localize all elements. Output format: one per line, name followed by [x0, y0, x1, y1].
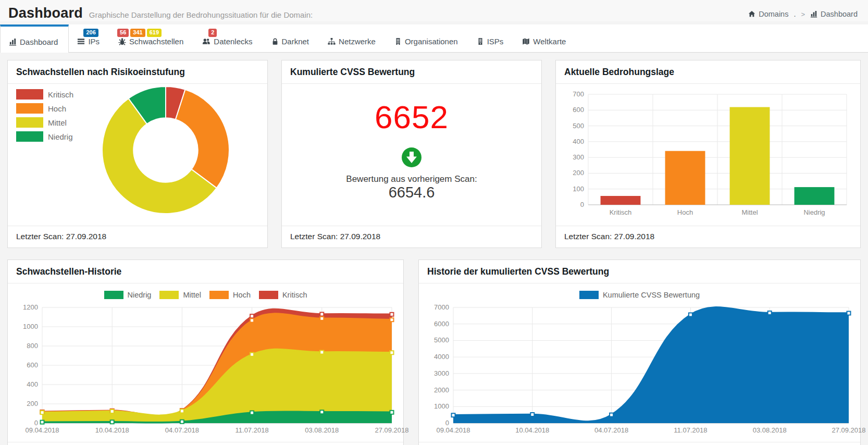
tab-datenlecks[interactable]: 2 Datenlecks	[194, 24, 263, 52]
card-title: Schwachstellen-Historie	[8, 260, 403, 283]
network-icon	[328, 38, 336, 45]
legend-item-hoch[interactable]: Hoch	[16, 103, 73, 114]
page-header: Dashboard Graphische Darstellung der Bed…	[0, 0, 868, 21]
breadcrumb-dashboard: Dashboard	[810, 10, 858, 18]
svg-text:0: 0	[445, 419, 449, 427]
risk-donut-chart[interactable]: KritischHochMittelNiedrig	[8, 84, 267, 226]
high-count-badge: 341	[130, 29, 145, 37]
legend-item-kritisch[interactable]: Kritisch	[16, 89, 73, 100]
tab-weltkarte[interactable]: Weltkarte	[514, 24, 576, 52]
svg-text:3000: 3000	[434, 369, 449, 377]
svg-text:09.04.2018: 09.04.2018	[25, 426, 59, 434]
svg-text:04.07.2018: 04.07.2018	[165, 426, 199, 434]
previous-scan-label: Bewertung aus vorherigem Scan:	[346, 174, 477, 184]
svg-text:200: 200	[573, 169, 584, 177]
card-footer	[419, 442, 860, 445]
legend-label: Niedrig	[128, 291, 152, 299]
tab-bar: Dashboard 206 IPs 56 341 619 Schwachstel…	[0, 24, 868, 53]
card-title: Kumulierte CVSS Bewertung	[282, 60, 541, 84]
legend-swatch	[16, 89, 43, 100]
legend-label: Kritisch	[282, 291, 307, 299]
arrow-down-circle-icon	[401, 147, 422, 170]
vuln-history-legend: NiedrigMittelHochKritisch	[16, 289, 395, 303]
svg-text:6000: 6000	[434, 320, 449, 328]
legend-item-kritisch[interactable]: Kritisch	[259, 291, 307, 299]
svg-text:600: 600	[27, 361, 38, 369]
svg-text:7000: 7000	[434, 303, 449, 311]
tab-ips[interactable]: 206 IPs	[69, 24, 110, 52]
svg-text:27.09.2018: 27.09.2018	[375, 426, 408, 434]
cvss-history-chart[interactable]: 0100020003000400050006000700009.04.20181…	[427, 303, 852, 437]
tab-netzwerke[interactable]: Netzwerke	[319, 24, 386, 52]
bar-chart-icon	[810, 10, 817, 18]
legend-label: Niedrig	[48, 132, 73, 141]
legend-item-niedrig[interactable]: Niedrig	[16, 131, 73, 142]
tab-darknet[interactable]: Darknet	[263, 24, 320, 52]
home-icon	[748, 10, 755, 18]
legend-item-kumulierte-cvss-bewertung[interactable]: Kumulierte CVSS Bewertung	[579, 291, 700, 299]
cvss-score-value: 6652	[375, 101, 449, 133]
tab-schwachstellen[interactable]: 56 341 619 Schwachstellen	[110, 24, 194, 52]
bug-icon	[118, 38, 126, 45]
legend-item-hoch[interactable]: Hoch	[209, 291, 251, 299]
card-title: Aktuelle Bedrohungslage	[556, 60, 860, 84]
svg-text:Mittel: Mittel	[741, 208, 758, 216]
lock-icon	[271, 38, 279, 45]
medium-count-badge: 619	[147, 29, 162, 37]
svg-text:2000: 2000	[434, 386, 449, 394]
card-risk-donut: Schwachstellen nach Risikoeinstufung Kri…	[7, 60, 268, 248]
legend-swatch	[16, 103, 43, 114]
svg-text:200: 200	[27, 400, 38, 407]
legend-swatch	[104, 291, 123, 299]
card-vuln-history: Schwachstellen-Historie NiedrigMittelHoc…	[7, 259, 404, 445]
card-title: Historie der kumulierten CVSS Bewertung	[419, 260, 860, 283]
tab-organisationen[interactable]: Organisationen	[386, 24, 468, 52]
legend-label: Hoch	[48, 104, 66, 113]
breadcrumb-separator-icon: >	[801, 10, 805, 18]
svg-text:11.07.2018: 11.07.2018	[235, 426, 269, 434]
threat-bar-chart[interactable]: 0100200300400500600700KritischHochMittel…	[564, 89, 852, 220]
page-title: Dashboard	[8, 5, 83, 21]
svg-text:Kritisch: Kritisch	[610, 208, 632, 216]
legend-label: Hoch	[233, 291, 251, 299]
svg-text:1200: 1200	[23, 303, 38, 311]
legend-label: Mittel	[48, 118, 67, 127]
tab-isps[interactable]: ISPs	[468, 24, 514, 52]
tab-dashboard[interactable]: Dashboard	[0, 24, 69, 53]
card-cvss: Kumulierte CVSS Bewertung 6652 Bewertung…	[281, 60, 542, 248]
svg-text:10.04.2018: 10.04.2018	[515, 426, 549, 434]
last-scan-label: Letzter Scan: 27.09.2018	[556, 226, 860, 248]
svg-text:Niedrig: Niedrig	[803, 208, 825, 216]
bar-chart-icon	[9, 38, 17, 46]
ips-count-badge: 206	[83, 29, 98, 37]
legend-swatch	[16, 117, 43, 128]
legend-item-mittel[interactable]: Mittel	[159, 291, 201, 299]
legend-swatch	[159, 291, 179, 299]
svg-text:Hoch: Hoch	[677, 208, 693, 216]
legend-swatch	[259, 291, 278, 299]
svg-text:10.04.2018: 10.04.2018	[95, 426, 129, 434]
card-footer	[8, 442, 403, 445]
vuln-history-chart[interactable]: 02004006008001000120009.04.201810.04.201…	[16, 303, 395, 437]
svg-text:0: 0	[34, 419, 38, 427]
dashboard-content: Schwachstellen nach Risikoeinstufung Kri…	[0, 53, 868, 445]
breadcrumb-domains[interactable]: Domains	[748, 10, 788, 18]
svg-text:11.07.2018: 11.07.2018	[674, 426, 707, 434]
card-threat-bar: Aktuelle Bedrohungslage 0100200300400500…	[555, 60, 861, 248]
breadcrumb-domain[interactable]: .	[793, 10, 796, 18]
svg-text:100: 100	[573, 185, 584, 193]
legend-item-niedrig[interactable]: Niedrig	[104, 291, 152, 299]
svg-text:700: 700	[573, 90, 584, 98]
svg-text:27.09.2018: 27.09.2018	[832, 426, 865, 434]
svg-text:03.08.2018: 03.08.2018	[753, 426, 787, 434]
svg-text:09.04.2018: 09.04.2018	[436, 426, 470, 434]
legend-label: Mittel	[183, 291, 201, 299]
svg-text:500: 500	[573, 122, 584, 130]
legend-item-mittel[interactable]: Mittel	[16, 117, 73, 128]
donut-legend: KritischHochMittelNiedrig	[16, 89, 73, 142]
page-subtitle: Graphische Darstellung der Bedrohungssit…	[89, 10, 313, 19]
svg-text:300: 300	[573, 153, 584, 161]
card-cvss-history: Historie der kumulierten CVSS Bewertung …	[418, 259, 861, 445]
legend-label: Kritisch	[48, 90, 73, 99]
legend-swatch	[579, 291, 599, 299]
